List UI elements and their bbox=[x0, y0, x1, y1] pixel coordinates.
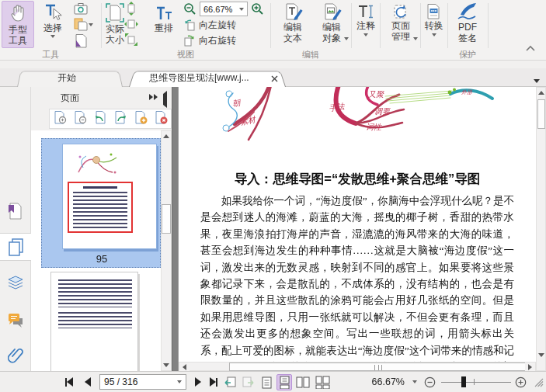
window-resize-grip[interactable] bbox=[534, 377, 544, 390]
thumbnail-mindmap-graphic bbox=[72, 149, 122, 180]
zoom-out-button[interactable] bbox=[183, 2, 196, 18]
fit-visible-button[interactable] bbox=[124, 33, 138, 49]
horizontal-scrollbar-thumb[interactable] bbox=[229, 363, 526, 371]
scroll-up-button[interactable] bbox=[537, 88, 545, 98]
tab-document[interactable]: 思维导图呈现法[www.j... bbox=[129, 70, 286, 87]
panel-scrollbar[interactable] bbox=[161, 130, 172, 371]
fit-width-button[interactable] bbox=[124, 17, 138, 33]
panel-splitter[interactable] bbox=[172, 87, 179, 371]
thumbnail-text-lines bbox=[58, 312, 132, 328]
delete-page-button[interactable] bbox=[154, 110, 169, 127]
next-page-button[interactable] bbox=[193, 376, 203, 388]
document-page[interactable]: 朝 素材 手法 又聚 调要 词性 外形 导入：思维导图=“发散思维+聚合思维”导… bbox=[179, 87, 536, 371]
panel-expand-button[interactable] bbox=[149, 94, 158, 100]
group-separator bbox=[488, 3, 489, 48]
previous-page-button[interactable] bbox=[82, 376, 93, 388]
group-separator bbox=[270, 3, 271, 48]
edit-text-button[interactable]: 编辑 文本 bbox=[275, 1, 311, 48]
rotate-right-button[interactable]: 向右旋转 bbox=[183, 33, 236, 47]
zoom-slider-track[interactable] bbox=[441, 382, 511, 383]
dropdown-caret bbox=[432, 33, 436, 36]
scroll-down-button[interactable] bbox=[537, 350, 545, 360]
convert-button[interactable]: 转换 bbox=[421, 1, 447, 48]
zoom-in-slider-button[interactable] bbox=[514, 376, 527, 388]
sidebar-tab-comments[interactable] bbox=[0, 306, 31, 334]
page-zoom-out-icon bbox=[73, 110, 88, 125]
thumbnail-page-96[interactable] bbox=[50, 272, 140, 371]
select-tool-button[interactable]: 选择 bbox=[36, 1, 70, 48]
ribbon-collapse-button[interactable] bbox=[525, 43, 541, 56]
layout-continuous-button[interactable] bbox=[276, 374, 292, 390]
rotate-page-left-button[interactable] bbox=[93, 110, 108, 127]
scroll-right-button[interactable] bbox=[525, 363, 535, 371]
clipboard-button[interactable] bbox=[73, 17, 93, 32]
thumbnail-list: 95 bbox=[31, 130, 161, 371]
panel-scroll-down-button[interactable] bbox=[162, 360, 171, 370]
previous-view-button[interactable] bbox=[224, 375, 238, 389]
dropdown-caret bbox=[239, 8, 244, 11]
rotate-left-button[interactable]: 向左旋转 bbox=[183, 18, 236, 32]
reflow-button[interactable]: 重排 bbox=[146, 1, 182, 48]
continuous-page-icon bbox=[280, 376, 290, 389]
comment-text-icon bbox=[357, 3, 374, 20]
comment-button[interactable]: 注释 bbox=[353, 1, 379, 48]
zoom-slider-thumb[interactable] bbox=[461, 376, 466, 387]
add-page-button[interactable] bbox=[134, 110, 148, 127]
document-tab-bar: 开始 思维导图呈现法[www.j... bbox=[0, 68, 546, 87]
facing-pages-icon bbox=[296, 376, 310, 388]
panel-scroll-up-button[interactable] bbox=[162, 131, 171, 141]
thumbnail-page-95[interactable]: 95 bbox=[41, 138, 161, 268]
zoom-slider-tick bbox=[474, 379, 475, 385]
tab-start[interactable]: 开始 bbox=[17, 70, 123, 87]
tab-list-button[interactable] bbox=[534, 75, 540, 85]
zoom-dropdown-caret[interactable] bbox=[412, 380, 417, 383]
ribbon: 手型 工具 选择 工具 实际 bbox=[0, 0, 546, 61]
actual-size-label: 实际 大小 bbox=[106, 23, 124, 45]
close-icon[interactable] bbox=[271, 75, 278, 82]
vertical-scrollbar-thumb[interactable] bbox=[537, 99, 545, 129]
arrow-left-icon bbox=[163, 91, 167, 108]
first-page-button[interactable] bbox=[62, 376, 76, 388]
rotate-page-right-button[interactable] bbox=[113, 110, 128, 127]
panel-scrollbar-thumb[interactable] bbox=[162, 204, 171, 234]
page-add-icon bbox=[134, 110, 148, 125]
sidebar-tab-pages[interactable] bbox=[0, 233, 31, 261]
arrow-left-icon bbox=[67, 377, 73, 387]
layout-single-page-button[interactable] bbox=[259, 374, 274, 390]
page-management-button[interactable]: 页面 管理 bbox=[382, 1, 419, 48]
hand-tool-button[interactable]: 手型 工具 bbox=[2, 1, 34, 48]
page-number-combobox[interactable]: 95 / 316 bbox=[99, 374, 186, 390]
scrollbar-grip bbox=[374, 365, 382, 370]
scroll-left-button[interactable] bbox=[179, 363, 190, 371]
bookmark-page-button[interactable] bbox=[73, 33, 89, 50]
next-view-button[interactable] bbox=[241, 375, 255, 389]
layout-facing-button[interactable] bbox=[294, 374, 311, 390]
horizontal-scrollbar[interactable] bbox=[179, 362, 536, 371]
comments-icon bbox=[7, 312, 24, 328]
arrow-down-icon bbox=[538, 353, 544, 357]
zoom-in-button[interactable] bbox=[251, 2, 264, 18]
edit-object-label: 编辑 对象 bbox=[322, 22, 341, 43]
edit-object-button[interactable]: 编辑 对象 bbox=[314, 1, 350, 48]
fit-height-button[interactable] bbox=[124, 2, 138, 18]
thumbnail-zoom-out-button[interactable] bbox=[73, 110, 88, 127]
hand-icon bbox=[9, 4, 27, 24]
last-page-button[interactable] bbox=[207, 376, 221, 388]
layout-continuous-facing-button[interactable] bbox=[313, 374, 332, 390]
thumbnail-zoom-in-button[interactable] bbox=[53, 110, 68, 127]
edit-text-label: 编辑 文本 bbox=[283, 22, 302, 43]
vertical-scrollbar[interactable] bbox=[536, 87, 546, 371]
convert-label: 转换 bbox=[425, 20, 443, 31]
zoom-out-slider-button[interactable] bbox=[423, 376, 436, 388]
main-area: 页面 bbox=[0, 87, 546, 371]
snapshot-button[interactable] bbox=[73, 2, 89, 18]
panel-collapse-button[interactable] bbox=[163, 94, 167, 105]
zoom-level-combobox[interactable]: 66.67% bbox=[200, 2, 248, 16]
arrow-right-icon bbox=[528, 364, 532, 370]
arrow-right-icon bbox=[195, 377, 201, 387]
edit-text-icon bbox=[283, 2, 303, 22]
sidebar-tab-layers[interactable] bbox=[0, 269, 31, 297]
sidebar-tab-attachments[interactable] bbox=[0, 342, 31, 369]
sidebar-tab-bookmarks[interactable] bbox=[0, 197, 31, 225]
pdf-sign-button[interactable]: PDF 签名 bbox=[450, 1, 485, 48]
